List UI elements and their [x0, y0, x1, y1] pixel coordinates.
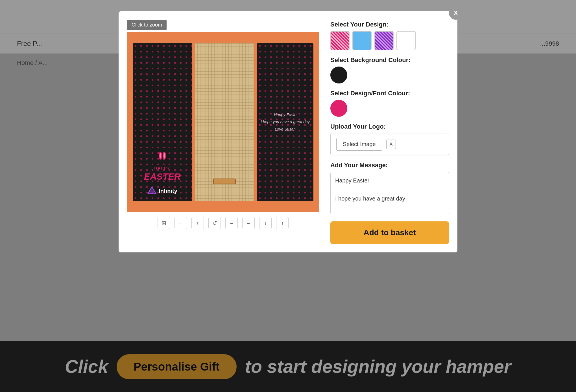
upload-area: Select Image X: [330, 133, 449, 155]
message-section: Add Your Message: Happy Easter I hope yo…: [330, 162, 449, 215]
basket-strap: [213, 179, 236, 184]
bg-colour-swatches: [330, 67, 449, 83]
toolbar-left-button[interactable]: ←: [242, 217, 255, 229]
modal-close-button[interactable]: X: [449, 6, 462, 20]
toolbar-grid-button[interactable]: ⊞: [158, 217, 170, 229]
card-left-panel: HAPPY EASTER Infinity: [133, 43, 192, 201]
add-to-basket-button[interactable]: Add to basket: [330, 221, 449, 244]
toolbar-down-button[interactable]: ↓: [259, 217, 272, 229]
bg-colour-label: Select Background Colour:: [330, 56, 449, 64]
font-colour-swatches: [330, 100, 449, 117]
bg-colour-section: Select Background Colour:: [330, 56, 449, 83]
preview-canvas: HAPPY EASTER Infinity: [127, 32, 319, 212]
card-message-line1: Happy Easte: [274, 113, 296, 117]
preview-column: Click to zoom: [127, 20, 319, 244]
toolbar-zoom-in-button[interactable]: +: [191, 217, 204, 229]
modal-body: Click to zoom: [119, 11, 457, 252]
card-easter-text: EASTER: [144, 171, 181, 182]
logo-text: Infinity: [159, 188, 177, 194]
card-message-line2: I hope you have a great day: [261, 120, 310, 124]
preview-toolbar: ⊞ − + ↺ → ← ↓ ↑: [158, 217, 289, 229]
design-swatch-white[interactable]: [396, 31, 416, 50]
svg-point-3: [163, 153, 165, 158]
message-label: Add Your Message:: [330, 162, 449, 169]
card-logo: Infinity: [147, 186, 177, 195]
bunny-ears-icon: [155, 151, 169, 165]
message-textarea[interactable]: Happy Easter I hope you have a great day…: [330, 172, 449, 214]
card-message: Happy Easte I hope you have a great day …: [261, 111, 310, 133]
modal-overlay: X Click to zoom: [0, 0, 576, 392]
controls-column: Select Your Design: Select Background Co…: [330, 20, 449, 244]
design-swatch-purple[interactable]: [374, 31, 394, 50]
design-label: Select Your Design:: [330, 21, 449, 28]
font-colour-label: Select Design/Font Colour:: [330, 90, 449, 97]
logo-icon: [147, 186, 156, 195]
toolbar-zoom-out-button[interactable]: −: [174, 217, 187, 229]
toolbar-up-button[interactable]: ↑: [276, 217, 289, 229]
design-swatch-pink[interactable]: [330, 31, 350, 50]
toolbar-right-button[interactable]: →: [225, 217, 238, 229]
svg-point-1: [160, 153, 161, 158]
infinity-logo-icon: [147, 186, 156, 195]
design-section: Select Your Design:: [330, 21, 449, 50]
card-container: HAPPY EASTER Infinity: [133, 43, 313, 201]
design-swatches: [330, 31, 449, 50]
select-image-button[interactable]: Select Image: [336, 138, 382, 151]
bg-swatch-black[interactable]: [330, 67, 347, 83]
font-swatch-magenta[interactable]: [330, 100, 347, 117]
card-right-panel: Happy Easte I hope you have a great day …: [257, 43, 313, 201]
card-happy-text: HAPPY: [154, 166, 170, 170]
customization-modal: X Click to zoom: [119, 11, 457, 252]
design-swatch-blue[interactable]: [352, 31, 372, 50]
basket-weave: [195, 43, 254, 201]
zoom-hint: Click to zoom: [127, 20, 167, 30]
font-colour-section: Select Design/Font Colour:: [330, 90, 449, 117]
upload-clear-button[interactable]: X: [386, 140, 396, 149]
toolbar-rotate-button[interactable]: ↺: [208, 217, 221, 229]
basket-visual: [195, 43, 254, 201]
upload-logo-label: Upload Your Logo:: [330, 123, 449, 130]
upload-logo-section: Upload Your Logo: Select Image X: [330, 123, 449, 155]
card-message-line3: Love Susan: [275, 127, 296, 131]
